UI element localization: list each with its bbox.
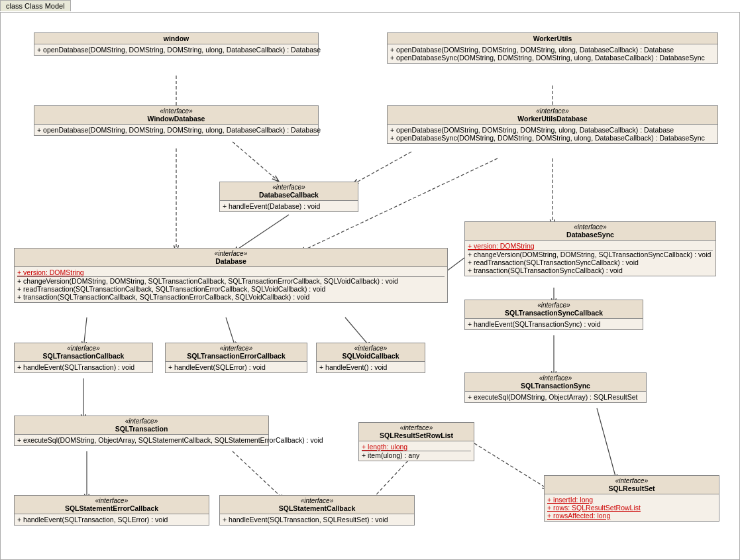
box-sqltransaction-attr-0: + executeSql(DOMString, ObjectArray, SQL… [17, 436, 266, 444]
box-sqltransactionsync-header: «interface» SQLTransactionSync [465, 373, 646, 392]
box-windowdatabase-name: WindowDatabase [37, 115, 315, 123]
box-sqlresultsetrowlist-name: SQLResultSetRowList [362, 431, 471, 439]
box-sqlstatementerrorcallback-body: + handleEvent(SQLTransaction, SQLError) … [15, 514, 209, 525]
box-window: window + openDatabase(DOMString, DOMStri… [34, 32, 319, 56]
box-window-body: + openDatabase(DOMString, DOMString, DOM… [34, 44, 318, 55]
box-sqltransactionerrorcallback-body: + handleEvent(SQLError) : void [166, 362, 307, 372]
box-sqlstatementcallback-name: SQLStatementCallback [223, 504, 411, 512]
box-workerutils-attr-0: + openDatabase(DOMString, DOMString, DOM… [390, 46, 715, 54]
box-databasesync-name: DatabaseSync [468, 231, 713, 239]
box-sqltransactionsync-attr-0: + executeSql(DOMString, ObjectArray) : S… [468, 393, 643, 401]
box-sqlvoidcallback: «interface» SQLVoidCallback + handleEven… [316, 343, 425, 373]
box-database: «interface» Database + version: DOMStrin… [14, 248, 448, 303]
box-database-body: + version: DOMString + changeVersion(DOM… [15, 267, 447, 302]
box-sqltransactionsync-body: + executeSql(DOMString, ObjectArray) : S… [465, 392, 646, 402]
box-sqltransactionsynccallback-body: + handleEvent(SQLTransactionSync) : void [465, 319, 643, 329]
box-sqltransactionsync-stereotype: «interface» [468, 374, 643, 382]
box-sqltransactioncallback-name: SQLTransactionCallback [17, 352, 150, 360]
box-workerutilsdatabase-attr-0: + openDatabase(DOMString, DOMString, DOM… [390, 126, 715, 134]
box-database-attr-red-0: + version: DOMString [17, 268, 445, 276]
box-sqlvoidcallback-stereotype: «interface» [319, 345, 422, 352]
box-windowdatabase-body: + openDatabase(DOMString, DOMString, DOM… [34, 125, 318, 135]
box-sqltransactionerrorcallback-header: «interface» SQLTransactionErrorCallback [166, 343, 307, 362]
box-sqlresultsetrowlist-body: + length: ulong + item(ulong) : any [359, 441, 474, 461]
box-sqlvoidcallback-header: «interface» SQLVoidCallback [317, 343, 425, 362]
box-windowdatabase-attr-0: + openDatabase(DOMString, DOMString, DOM… [37, 126, 315, 134]
tab-bar: class Class Model [0, 0, 71, 11]
box-sqlstatementcallback-body: + handleEvent(SQLTransaction, SQLResultS… [220, 514, 414, 525]
box-sqltransactionsynccallback-stereotype: «interface» [468, 302, 640, 309]
box-workerutilsdatabase-stereotype: «interface» [390, 107, 715, 115]
box-workerutils: WorkerUtils + openDatabase(DOMString, DO… [387, 32, 718, 64]
box-sqlresultset-attr-red-0: + insertId: long [547, 496, 716, 504]
box-database-header: «interface» Database [15, 249, 447, 267]
box-sqltransactionerrorcallback: «interface» SQLTransactionErrorCallback … [165, 343, 307, 373]
box-databasesync-header: «interface» DatabaseSync [465, 222, 715, 241]
box-sqlstatementcallback-attr-0: + handleEvent(SQLTransaction, SQLResultS… [223, 516, 411, 524]
box-database-attr-0: + changeVersion(DOMString, DOMString, SQ… [17, 277, 445, 285]
box-workerutils-attr-1: + openDatabaseSync(DOMString, DOMString,… [390, 54, 715, 62]
box-databasesync-attr-2: + transaction(SQLTransactionSyncCallback… [468, 266, 713, 274]
box-sqltransaction-header: «interface» SQLTransaction [15, 416, 268, 435]
box-sqlresultset-header: «interface» SQLResultSet [545, 476, 719, 494]
box-sqltransaction-name: SQLTransaction [17, 425, 266, 433]
box-databasecallback-stereotype: «interface» [223, 184, 355, 191]
box-windowdatabase: «interface» WindowDatabase + openDatabas… [34, 105, 319, 136]
arrow-sqltransync-sqlrs [597, 408, 617, 481]
box-windowdatabase-header: «interface» WindowDatabase [34, 106, 318, 125]
box-sqlvoidcallback-attr-0: + handleEvent() : void [319, 363, 422, 371]
box-windowdatabase-stereotype: «interface» [37, 107, 315, 115]
box-workerutilsdatabase-header: «interface» WorkerUtilsDatabase [388, 106, 717, 125]
box-sqltransactioncallback-header: «interface» SQLTransactionCallback [15, 343, 152, 362]
box-sqlstatementerrorcallback-header: «interface» SQLStatementErrorCallback [15, 496, 209, 514]
box-databasecallback: «interface» DatabaseCallback + handleEve… [219, 182, 358, 212]
diagram-area: window + openDatabase(DOMString, DOMStri… [0, 12, 740, 560]
box-sqltransactionerrorcallback-attr-0: + handleEvent(SQLError) : void [168, 363, 304, 371]
box-sqlstatementcallback: «interface» SQLStatementCallback + handl… [219, 495, 415, 526]
box-database-stereotype: «interface» [17, 250, 445, 257]
box-database-attr-2: + transaction(SQLTransactionCallback, SQ… [17, 293, 445, 301]
box-sqlresultset: «interface» SQLResultSet + insertId: lon… [544, 475, 719, 522]
box-sqltransactioncallback-attr-0: + handleEvent(SQLTransaction) : void [17, 363, 150, 371]
box-window-name: window [37, 34, 315, 42]
box-workerutilsdatabase-attr-1: + openDatabaseSync(DOMString, DOMString,… [390, 134, 715, 142]
box-databasecallback-header: «interface» DatabaseCallback [220, 182, 358, 201]
box-sqlstatementerrorcallback-attr-0: + handleEvent(SQLTransaction, SQLError) … [17, 516, 206, 524]
box-sqltransactionsync: «interface» SQLTransactionSync + execute… [464, 372, 647, 403]
box-databasecallback-body: + handleEvent(Database) : void [220, 201, 358, 211]
box-workerutilsdatabase-body: + openDatabase(DOMString, DOMString, DOM… [388, 125, 717, 143]
box-sqlstatementerrorcallback-name: SQLStatementErrorCallback [17, 504, 206, 512]
box-workerutilsdatabase: «interface» WorkerUtilsDatabase + openDa… [387, 105, 718, 144]
arrow-windowdb-dbcallback [233, 142, 279, 182]
box-sqlresultset-attr-red-1: + rows: SQLResultSetRowList [547, 504, 716, 512]
box-sqltransactionsynccallback-attr-0: + handleEvent(SQLTransactionSync) : void [468, 320, 640, 328]
box-sqltransactionerrorcallback-stereotype: «interface» [168, 345, 304, 352]
box-window-attr-0: + openDatabase(DOMString, DOMString, DOM… [37, 46, 315, 54]
box-sqltransactioncallback-stereotype: «interface» [17, 345, 150, 352]
box-sqltransactionsync-name: SQLTransactionSync [468, 382, 643, 390]
box-databasesync: «interface» DatabaseSync + version: DOMS… [464, 221, 716, 276]
box-sqlresultset-body: + insertId: long + rows: SQLResultSetRow… [545, 494, 719, 521]
box-databasesync-body: + version: DOMString + changeVersion(DOM… [465, 241, 715, 276]
box-sqlvoidcallback-body: + handleEvent() : void [317, 362, 425, 372]
box-sqlvoidcallback-name: SQLVoidCallback [319, 352, 422, 360]
box-databasesync-stereotype: «interface» [468, 223, 713, 231]
box-sqlresultsetrowlist-attr-0: + item(ulong) : any [362, 451, 471, 459]
box-sqlresultset-attr-red-2: + rowsAffected: long [547, 512, 716, 520]
box-databasesync-attr-0: + changeVersion(DOMString, DOMString, SQ… [468, 251, 713, 258]
box-database-name: Database [17, 257, 445, 265]
box-sqlstatementerrorcallback-stereotype: «interface» [17, 497, 206, 504]
box-sqltransactionerrorcallback-name: SQLTransactionErrorCallback [168, 352, 304, 360]
arrow-sqlrsrl-sqlrs [474, 443, 549, 490]
arrow-workerutilsdb-dbcallback [352, 152, 411, 185]
box-database-attr-1: + readTransaction(SQLTransactionCallback… [17, 285, 445, 293]
box-sqlresultsetrowlist-attr-red-0: + length: ulong [362, 443, 471, 451]
box-sqltransaction-stereotype: «interface» [17, 418, 266, 425]
box-sqltransactioncallback: «interface» SQLTransactionCallback + han… [14, 343, 153, 373]
box-sqltransactionsynccallback-name: SQLTransactionSyncCallback [468, 309, 640, 317]
box-databasecallback-attr-0: + handleEvent(Database) : void [223, 202, 355, 210]
tab-label: class Class Model [6, 2, 65, 10]
box-sqlresultset-stereotype: «interface» [547, 477, 716, 484]
box-sqlstatementerrorcallback: «interface» SQLStatementErrorCallback + … [14, 495, 209, 526]
box-sqlstatementcallback-header: «interface» SQLStatementCallback [220, 496, 414, 514]
